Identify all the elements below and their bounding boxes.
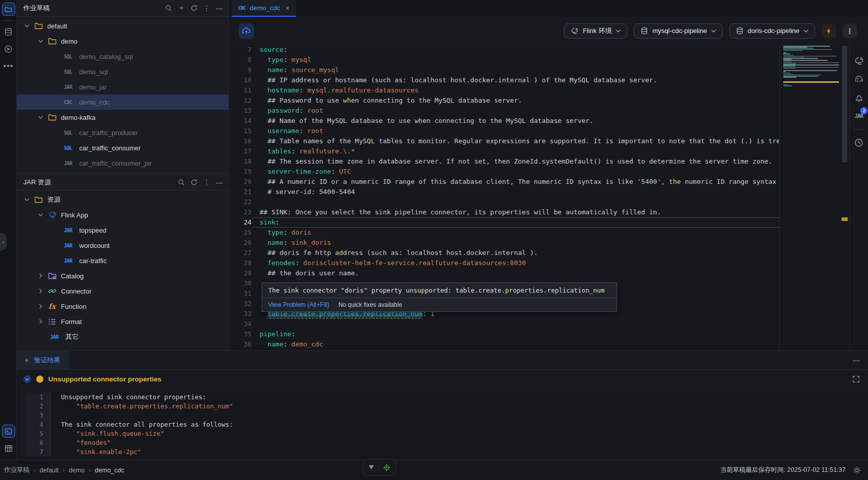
source-pipeline-select[interactable]: mysql-cdc-pipeline: [634, 23, 723, 39]
code-line-27[interactable]: 27 ## doris fe http address (such as: lo…: [229, 248, 779, 258]
more-nav-button[interactable]: •••: [0, 57, 17, 75]
breadcrumb-item-demo[interactable]: demo: [69, 467, 85, 474]
table-nav-button[interactable]: [0, 440, 17, 457]
tree-item-demo-kafka[interactable]: demo-kafka: [17, 110, 229, 125]
run-nav-button[interactable]: [0, 40, 17, 57]
flink-env-select[interactable]: Flink 环境: [564, 23, 627, 39]
search-icon[interactable]: [165, 4, 173, 12]
code-line-36[interactable]: 36 name: demo_cdc: [229, 339, 779, 349]
validate-button[interactable]: [822, 24, 836, 38]
minimize-icon[interactable]: —: [215, 178, 223, 186]
chevron-down-icon[interactable]: [37, 211, 45, 219]
publish-button[interactable]: [239, 23, 254, 39]
minimize-icon[interactable]: —: [853, 356, 860, 364]
tree-item-Connector[interactable]: Connector: [17, 283, 229, 299]
tree-item-demo_jar[interactable]: JARdemo_jar: [17, 79, 229, 94]
tree-item-topspeed[interactable]: JARtopspeed: [17, 222, 229, 238]
tree-item-demo_cdc[interactable]: CDCdemo_cdc: [17, 94, 229, 110]
code-line-8[interactable]: 8 type: mysql: [229, 55, 779, 65]
tree-item-car_traffic_consumer_jar[interactable]: JARcar_traffic_consumer_jar: [17, 155, 229, 171]
tab-validation-results[interactable]: 验证结果: [17, 351, 70, 369]
tree-item-资源[interactable]: 资源: [17, 192, 229, 207]
tree-item-demo[interactable]: demo: [17, 34, 229, 49]
tree-item-car_traffic_consumer[interactable]: SQLcar_traffic_consumer: [17, 140, 229, 155]
notifications-button[interactable]: [854, 88, 864, 107]
tab-demo-cdc[interactable]: CDC demo_cdc ×: [232, 0, 296, 17]
code-line-14[interactable]: 14 ## Name of the MySQL database to use …: [229, 116, 779, 126]
breadcrumb-item-default[interactable]: default: [40, 467, 59, 474]
chevron-right-icon[interactable]: [37, 287, 45, 295]
code-line-25[interactable]: 25 type: doris: [229, 228, 779, 238]
code-line-20[interactable]: 20 ## A numeric ID or a numeric ID range…: [229, 177, 779, 187]
code-line-18[interactable]: 18 ## The session time zone in database …: [229, 156, 779, 167]
code-line-29[interactable]: 29 ## the doris user name.: [229, 268, 779, 278]
chevron-down-icon[interactable]: [23, 22, 31, 30]
cdc-panel-button[interactable]: [854, 70, 864, 88]
chevron-right-icon[interactable]: [37, 272, 45, 280]
code-line-15[interactable]: 15 username: root: [229, 126, 779, 136]
code-line-16[interactable]: 16 ## Table names of the MySQL tables to…: [229, 136, 779, 146]
minimap[interactable]: [783, 46, 841, 86]
code-line-17[interactable]: 17 tables: realfuture.\.*: [229, 146, 779, 156]
code-line-28[interactable]: 28 fenodes: doriscluster-helm-fe-service…: [229, 258, 779, 268]
view-problem-link[interactable]: View Problem (Alt+F8): [268, 301, 329, 308]
tree-item-car-traffic[interactable]: JARcar-traffic: [17, 253, 229, 268]
scrollbar-thumb[interactable]: [842, 46, 847, 163]
minimize-icon[interactable]: —: [215, 4, 223, 12]
code-line-9[interactable]: 9 name: source_mysql: [229, 65, 779, 75]
add-icon[interactable]: ＋: [177, 4, 185, 12]
tree-item-其它[interactable]: JAR其它: [17, 329, 229, 344]
tree-item-wordcount[interactable]: JARwordcount: [17, 238, 229, 253]
chevron-down-icon[interactable]: [23, 196, 31, 204]
sink-pipeline-select[interactable]: doris-cdc-pipeline: [729, 23, 815, 39]
tree-item-default[interactable]: default: [17, 18, 229, 34]
code-line-35[interactable]: 35pipeline:: [229, 329, 779, 339]
code-line-13[interactable]: 13 password: root: [229, 106, 779, 116]
code-line-22[interactable]: 22: [229, 197, 779, 207]
settings-gear-icon[interactable]: [853, 466, 861, 474]
locate-target-button[interactable]: [383, 464, 391, 471]
console-nav-button[interactable]: [0, 423, 17, 440]
breadcrumb-item-作业草稿[interactable]: 作业草稿: [4, 466, 29, 474]
editor-scrollbar[interactable]: [842, 45, 848, 350]
tree-item-demo_sql[interactable]: SQLdemo_sql: [17, 64, 229, 79]
search-icon[interactable]: [177, 178, 185, 186]
code-line-12[interactable]: 12 ## Password to use when connecting to…: [229, 95, 779, 106]
history-button[interactable]: [854, 134, 863, 152]
code-line-7[interactable]: 7source:: [229, 45, 779, 55]
refresh-icon[interactable]: [190, 178, 198, 186]
breadcrumb[interactable]: 作业草稿›default›demo›demo_cdc: [4, 466, 124, 474]
editor-more-button[interactable]: ⋮: [843, 24, 857, 38]
code-line-19[interactable]: 19 server-time-zone: UTC: [229, 167, 779, 177]
chevron-down-icon[interactable]: [37, 37, 45, 45]
validation-output[interactable]: 1Unsupported sink connector properties:2…: [24, 393, 868, 460]
tree-item-demo_catalog_sql[interactable]: SQLdemo_catalog_sql: [17, 49, 229, 64]
close-icon[interactable]: ×: [285, 4, 290, 12]
tree-item-car_traffic_producer[interactable]: SQLcar_traffic_producer: [17, 125, 229, 140]
code-line-11[interactable]: 11 hostname: mysql.realfuture-datasource…: [229, 85, 779, 95]
code-editor[interactable]: 7source:8 type: mysql9 name: source_mysq…: [229, 45, 780, 350]
tree-item-Function[interactable]: fxFunction: [17, 299, 229, 314]
refresh-icon[interactable]: [190, 4, 198, 12]
code-line-24[interactable]: 24sink:: [229, 217, 779, 228]
collapse-chevron-icon[interactable]: [23, 375, 31, 383]
tree-item-Flink App[interactable]: Flink App: [17, 207, 229, 222]
expand-icon[interactable]: [852, 375, 860, 383]
code-line-26[interactable]: 26 name: sink_doris: [229, 238, 779, 248]
datasource-nav-button[interactable]: [0, 23, 17, 40]
code-line-23[interactable]: 23## SINK: Once you select the sink pipe…: [229, 207, 779, 217]
chevron-right-icon[interactable]: [37, 317, 45, 326]
tree-item-Catalog[interactable]: Catalog: [17, 268, 229, 283]
code-line-21[interactable]: 21 # server-id: 5400-5404: [229, 187, 779, 197]
code-line-34[interactable]: 34: [229, 319, 779, 329]
chevron-right-icon[interactable]: [37, 302, 45, 310]
kebab-menu-icon[interactable]: ⋮: [203, 4, 211, 12]
scroll-down-button[interactable]: [368, 465, 374, 470]
jar-panel-button[interactable]: JAR 2: [855, 107, 863, 125]
breadcrumb-item-demo_cdc[interactable]: demo_cdc: [95, 467, 124, 474]
tree-item-Format[interactable]: Format: [17, 314, 229, 329]
chevron-down-icon[interactable]: [37, 113, 45, 121]
flink-panel-button[interactable]: [854, 52, 864, 70]
code-line-10[interactable]: 10 ## IP address or hostname (such as: l…: [229, 75, 779, 85]
kebab-menu-icon[interactable]: ⋮: [203, 178, 211, 186]
